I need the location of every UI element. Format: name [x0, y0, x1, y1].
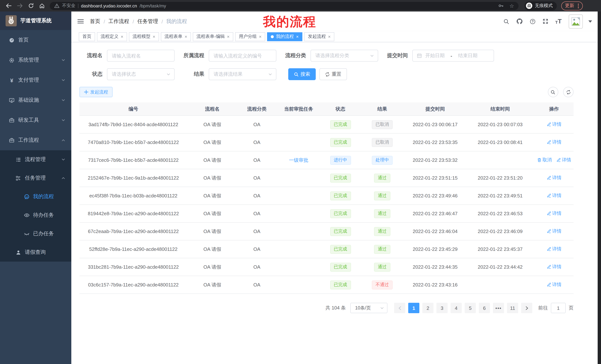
sidebar-item-payment-management[interactable]: ¥支付管理: [0, 70, 71, 90]
detail-link[interactable]: 详情: [547, 192, 561, 199]
detail-link[interactable]: 详情: [547, 211, 561, 217]
tab-close-icon[interactable]: ×: [153, 34, 155, 39]
detail-link[interactable]: 详情: [547, 121, 561, 128]
cancel-link[interactable]: 取消: [537, 157, 552, 163]
sidebar-collapse-button[interactable]: [77, 19, 84, 24]
next-page-button[interactable]: [521, 303, 532, 313]
address-bar[interactable]: 不安全 dashboard.yudao.iocoder.cn/bpm/task/…: [50, 2, 519, 10]
tab-process-form-edit[interactable]: 流程表单-编辑×: [193, 32, 233, 41]
toggle-search-button[interactable]: [548, 87, 558, 97]
tab-close-icon[interactable]: ×: [296, 34, 299, 39]
tab-process-definition[interactable]: 流程定义×: [97, 32, 127, 41]
page-4-button[interactable]: 4: [451, 303, 462, 313]
tab-label: 流程表单-编辑: [197, 33, 225, 40]
tab-my-process[interactable]: 我的流程×: [267, 32, 302, 41]
detail-link[interactable]: 详情: [547, 264, 561, 270]
result-select[interactable]: 请选择流结果: [209, 68, 276, 80]
reset-button[interactable]: 重置: [320, 68, 347, 80]
status-tag: 进行中: [330, 156, 351, 164]
sidebar-item-todo-tasks[interactable]: 待办任务: [0, 206, 71, 224]
detail-link[interactable]: 详情: [547, 282, 561, 288]
sidebar-item-my-process[interactable]: 我的流程: [0, 187, 71, 206]
filter-row-1: 流程名 所属流程 流程分类 请选择流程分类: [80, 50, 573, 62]
list-icon: [15, 157, 21, 162]
detail-link[interactable]: 详情: [547, 228, 561, 234]
initiate-process-button[interactable]: 发起流程: [80, 87, 112, 97]
breadcrumb-item[interactable]: 任务管理: [137, 18, 158, 25]
avatar-caret-icon[interactable]: [588, 20, 592, 22]
detail-label: 详情: [552, 246, 561, 252]
page-11-button[interactable]: 11: [507, 303, 518, 313]
detail-link[interactable]: 详情: [547, 175, 561, 181]
goto-page-input[interactable]: [551, 303, 566, 313]
process-definition-input[interactable]: [209, 50, 276, 62]
tab-initiate-process[interactable]: 发起流程×: [304, 32, 334, 41]
detail-link[interactable]: 详情: [547, 139, 561, 145]
pencil-icon: [547, 247, 551, 251]
browser-update-button[interactable]: 更新: [561, 1, 583, 10]
page-5-button[interactable]: 5: [465, 303, 476, 313]
cell-result: 通过: [360, 227, 404, 236]
process-name-input[interactable]: [107, 50, 175, 62]
browser-scrollbar[interactable]: [598, 11, 601, 364]
sidebar-item-infrastructure[interactable]: 基础设施: [0, 90, 71, 110]
sidebar-item-system-management[interactable]: 系统管理: [0, 50, 71, 70]
tab-home[interactable]: 首页: [79, 32, 95, 41]
password-key-icon[interactable]: [498, 3, 504, 9]
detail-link[interactable]: 详情: [556, 157, 571, 163]
github-button[interactable]: [516, 18, 523, 25]
browser-forward-button[interactable]: [14, 3, 25, 9]
cell-submit-time: 2022-01-22 23:49:46: [404, 193, 466, 199]
tab-close-icon[interactable]: ×: [185, 34, 187, 39]
page-3-button[interactable]: 3: [436, 303, 448, 313]
cell-result: 已取消: [360, 120, 404, 129]
cell-actions: 详情: [534, 228, 573, 235]
app-logo-row[interactable]: 芋道管理系统: [0, 11, 71, 30]
detail-link[interactable]: 详情: [547, 246, 561, 252]
tab-close-icon[interactable]: ×: [259, 34, 261, 39]
filter-process-name: 流程名: [80, 50, 175, 62]
calendar-icon: [417, 53, 422, 58]
sidebar-item-leave-query[interactable]: 请假查询: [0, 243, 71, 262]
help-button[interactable]: [530, 18, 536, 24]
bookmark-star-icon[interactable]: ☆: [510, 3, 514, 8]
status-select[interactable]: 请选择状态: [107, 68, 175, 80]
sidebar-item-workflow[interactable]: 工作流程: [0, 130, 71, 150]
current-task-link[interactable]: 一级审批: [289, 157, 308, 163]
tab-close-icon[interactable]: ×: [328, 34, 331, 39]
breadcrumb-item[interactable]: 工作流程: [109, 18, 129, 25]
prev-page-button[interactable]: [394, 303, 405, 313]
avatar[interactable]: [569, 14, 583, 29]
tab-process-model[interactable]: 流程模型×: [129, 32, 159, 41]
page-size-select[interactable]: 10条/页: [350, 303, 387, 313]
page-1-button[interactable]: 1: [408, 303, 419, 313]
sidebar-item-done-tasks[interactable]: 已办任务: [0, 224, 71, 243]
font-size-button[interactable]: TT: [555, 18, 562, 25]
cell-actions: 详情: [534, 175, 573, 181]
submit-time-range[interactable]: 开始日期 - 结束日期: [412, 50, 494, 62]
fullscreen-button[interactable]: [543, 19, 548, 24]
tab-user-group[interactable]: 用户分组×: [235, 32, 265, 41]
refresh-table-button[interactable]: [563, 87, 573, 97]
header-search-button[interactable]: [503, 18, 509, 24]
browser-back-button[interactable]: [3, 3, 14, 9]
sidebar-item-process-management[interactable]: 流程管理: [0, 150, 71, 169]
cell-id: 67c2eaab-7b9a-11ec-a290-acde48001122: [80, 229, 187, 234]
tab-process-form[interactable]: 流程表单×: [161, 32, 191, 41]
page-2-button[interactable]: 2: [422, 303, 433, 313]
browser-home-button[interactable]: [36, 3, 48, 9]
sidebar-item-task-management[interactable]: 任务管理: [0, 169, 71, 187]
browser-menu-icon[interactable]: [578, 3, 579, 8]
tab-close-icon[interactable]: ×: [227, 34, 230, 39]
status-tag: 已完成: [330, 191, 351, 200]
browser-reload-button[interactable]: [25, 3, 36, 9]
page-6-button[interactable]: 6: [479, 303, 490, 313]
page-more-button[interactable]: •••: [493, 303, 504, 313]
breadcrumb-item[interactable]: 首页: [90, 18, 100, 25]
sidebar-item-home[interactable]: 首页: [0, 30, 71, 50]
search-button[interactable]: 搜索: [288, 68, 316, 80]
tab-close-icon[interactable]: ×: [121, 34, 123, 39]
category-select[interactable]: 请选择流程分类: [311, 50, 378, 62]
sidebar-item-dev-tools[interactable]: 研发工具: [0, 110, 71, 130]
column-header: 状态: [321, 105, 360, 112]
